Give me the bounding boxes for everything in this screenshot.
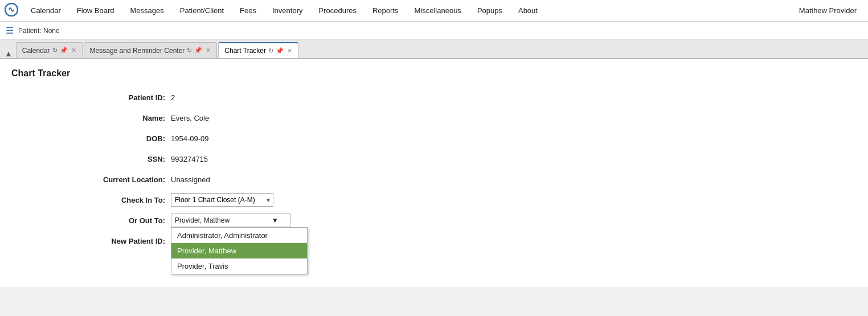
tab-calendar[interactable]: Calendar ↻ 📌 ✕ — [16, 42, 83, 58]
name-label: Name: — [80, 114, 171, 122]
tab-calendar-refresh-icon[interactable]: ↻ — [52, 47, 58, 54]
dropdown-item-administrator[interactable]: Administrator, Administrator — [171, 228, 307, 243]
patient-id-label: Patient ID: — [80, 93, 171, 102]
tab-message-label: Message and Reminder Center — [90, 47, 185, 55]
tab-chart-tracker-close-icon[interactable]: ✕ — [287, 47, 292, 55]
new-patient-id-label: New Patient ID: — [80, 237, 171, 245]
tab-calendar-pin-icon[interactable]: 📌 — [60, 47, 68, 54]
tab-message-refresh-icon[interactable]: ↻ — [187, 47, 192, 54]
nav-item-procedures[interactable]: Procedures — [310, 0, 364, 22]
dropdown-item-travis[interactable]: Provider, Travis — [171, 258, 307, 274]
tab-message-pin-icon[interactable]: 📌 — [194, 47, 202, 54]
nav-user: Matthew Provider — [792, 2, 863, 19]
page-title: Chart Tracker — [11, 68, 857, 79]
tab-scroll-arrow[interactable]: ▲ — [5, 49, 13, 58]
nav-item-messages[interactable]: Messages — [122, 0, 172, 22]
patient-id-row: Patient ID: 2 — [80, 90, 857, 105]
name-row: Name: Evers, Cole — [80, 110, 857, 125]
dropdown-item-matthew[interactable]: Provider, Matthew — [171, 243, 307, 258]
nav-item-about[interactable]: About — [510, 0, 546, 22]
tab-calendar-label: Calendar — [22, 47, 50, 55]
patient-bar: ☰ Patient: None — [0, 22, 868, 40]
name-value: Evers, Cole — [171, 114, 209, 122]
dob-value: 1954-09-09 — [171, 134, 209, 143]
nav-item-reports[interactable]: Reports — [365, 0, 407, 22]
or-out-dropdown-display[interactable]: Provider, Matthew ▼ — [171, 214, 290, 227]
ssn-row: SSN: 993274715 — [80, 151, 857, 166]
nav-item-fees[interactable]: Fees — [232, 0, 264, 22]
patient-icon: ☰ — [6, 25, 14, 36]
tab-chart-tracker-refresh-icon[interactable]: ↻ — [268, 47, 273, 55]
tab-chart-tracker[interactable]: Chart Tracker ↻ 📌 ✕ — [218, 42, 298, 58]
patient-id-value: 2 — [171, 93, 175, 102]
or-out-dropdown-list: Administrator, Administrator Provider, M… — [171, 227, 308, 274]
or-out-dropdown-container: Provider, Matthew ▼ Administrator, Admin… — [171, 214, 290, 227]
main-content: Chart Tracker Patient ID: 2 Name: Evers,… — [0, 59, 868, 287]
tab-message-center[interactable]: Message and Reminder Center ↻ 📌 ✕ — [84, 42, 218, 58]
or-out-label: Or Out To: — [80, 216, 171, 225]
dob-row: DOB: 1954-09-09 — [80, 131, 857, 146]
or-out-row: Or Out To: Provider, Matthew ▼ Administr… — [80, 213, 857, 228]
nav-item-popups[interactable]: Popups — [469, 0, 510, 22]
ssn-label: SSN: — [80, 155, 171, 163]
nav-item-miscellaneous[interactable]: Miscellaneous — [407, 0, 469, 22]
nav-item-flowboard[interactable]: Flow Board — [69, 0, 122, 22]
current-location-row: Current Location: Unassigned — [80, 172, 857, 187]
nav-item-inventory[interactable]: Inventory — [264, 0, 310, 22]
app-logo — [5, 3, 23, 18]
current-location-label: Current Location: — [80, 175, 171, 184]
nav-item-calendar[interactable]: Calendar — [23, 0, 69, 22]
or-out-selected-value: Provider, Matthew — [175, 216, 230, 224]
or-out-dropdown-arrow-icon: ▼ — [272, 216, 279, 224]
nav-menu: Calendar Flow Board Messages Patient/Cli… — [23, 0, 792, 22]
check-in-label: Check In To: — [80, 196, 171, 204]
tab-calendar-close-icon[interactable]: ✕ — [71, 47, 76, 54]
check-in-row: Check In To: Floor 1 Chart Closet (A-M) … — [80, 192, 857, 207]
patient-label: Patient: None — [18, 27, 60, 35]
check-in-select-wrapper: Floor 1 Chart Closet (A-M) ▼ — [171, 193, 273, 207]
nav-item-patientclient[interactable]: Patient/Client — [172, 0, 232, 22]
tab-chart-tracker-pin-icon[interactable]: 📌 — [276, 47, 284, 55]
current-location-value: Unassigned — [171, 175, 210, 184]
tab-chart-tracker-label: Chart Tracker — [224, 47, 266, 55]
dob-label: DOB: — [80, 134, 171, 143]
tab-message-close-icon[interactable]: ✕ — [206, 47, 211, 54]
navbar: Calendar Flow Board Messages Patient/Cli… — [0, 0, 868, 22]
check-in-select[interactable]: Floor 1 Chart Closet (A-M) — [171, 193, 273, 207]
ssn-value: 993274715 — [171, 155, 208, 163]
tabs-bar: ▲ Calendar ↻ 📌 ✕ Message and Reminder Ce… — [0, 40, 868, 59]
form-area: Patient ID: 2 Name: Evers, Cole DOB: 195… — [80, 90, 857, 248]
